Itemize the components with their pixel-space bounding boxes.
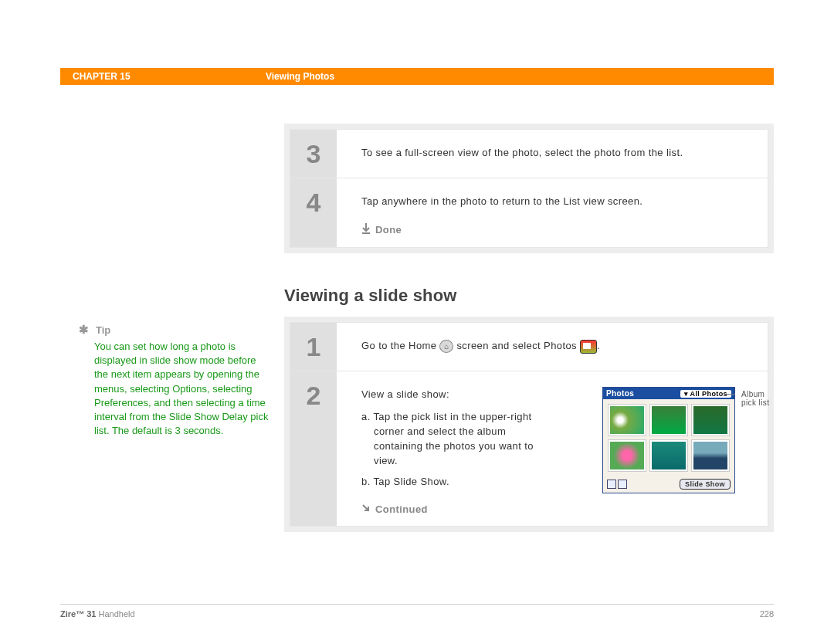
step-number: 3 (290, 130, 337, 178)
photo-thumbnail[interactable] (649, 439, 688, 472)
section-title: Viewing a slide show (284, 286, 774, 306)
view-mode-icon[interactable] (607, 480, 616, 489)
step-number: 1 (290, 323, 337, 371)
page-number: 228 (760, 609, 774, 619)
photo-thumbnail[interactable] (649, 404, 688, 436)
step-1-row: 1 Go to the Home ⌂ screen and select Pho… (290, 323, 768, 371)
steps-block-top: 3 To see a full-screen view of the photo… (284, 124, 774, 253)
callout-label: Album pick list (735, 390, 781, 407)
photo-thumbnail[interactable] (608, 439, 646, 472)
chapter-label: CHAPTER 15 (73, 71, 266, 82)
photo-thumbnail[interactable] (608, 404, 646, 436)
tip-body: You can set how long a photo is displaye… (94, 340, 270, 438)
header-bar: CHAPTER 15 Viewing Photos (60, 68, 774, 85)
page-footer: Zire™ 31 Handheld 228 (60, 604, 774, 619)
tip-star-icon: ✱ (79, 323, 89, 337)
step-1-text: Go to the Home ⌂ screen and select Photo… (361, 338, 748, 354)
slide-show-button[interactable]: Slide Show (680, 479, 731, 490)
photos-app-icon (580, 340, 597, 354)
album-pick-list[interactable]: ▾ All Photos (680, 390, 731, 398)
step-number: 4 (290, 178, 337, 247)
done-arrow-icon (361, 223, 371, 236)
tip-block: ✱ Tip You can set how long a photo is di… (60, 323, 270, 438)
footer-product-rest: Handheld (96, 609, 134, 619)
step-2-row: 2 Photos ▾ All Photos (290, 371, 768, 525)
step-4-row: 4 Tap anywhere in the photo to return to… (290, 178, 768, 247)
step-3-text: To see a full-screen view of the photo, … (361, 145, 748, 161)
done-label: Done (375, 224, 402, 236)
continued-label: Continued (375, 503, 428, 515)
step-number: 2 (290, 371, 337, 525)
home-icon: ⌂ (439, 340, 453, 353)
step-2a-text: a. Tap the pick list in the upper-right … (361, 410, 547, 468)
photo-thumbnail[interactable] (691, 439, 730, 472)
continued-arrow-icon (361, 503, 371, 515)
tip-label: Tip (96, 324, 110, 336)
step-4-text: Tap anywhere in the photo to return to t… (361, 194, 748, 209)
device-screenshot: Photos ▾ All Photos (602, 387, 748, 493)
footer-product-bold: Zire™ 31 (60, 609, 96, 619)
steps-block-slideshow: 1 Go to the Home ⌂ screen and select Pho… (284, 317, 774, 531)
device-app-title: Photos (606, 389, 634, 398)
page-title-header: Viewing Photos (266, 71, 334, 82)
photo-thumbnail[interactable] (691, 404, 730, 436)
step-3-row: 3 To see a full-screen view of the photo… (290, 130, 768, 178)
view-mode-icon[interactable] (618, 480, 627, 489)
